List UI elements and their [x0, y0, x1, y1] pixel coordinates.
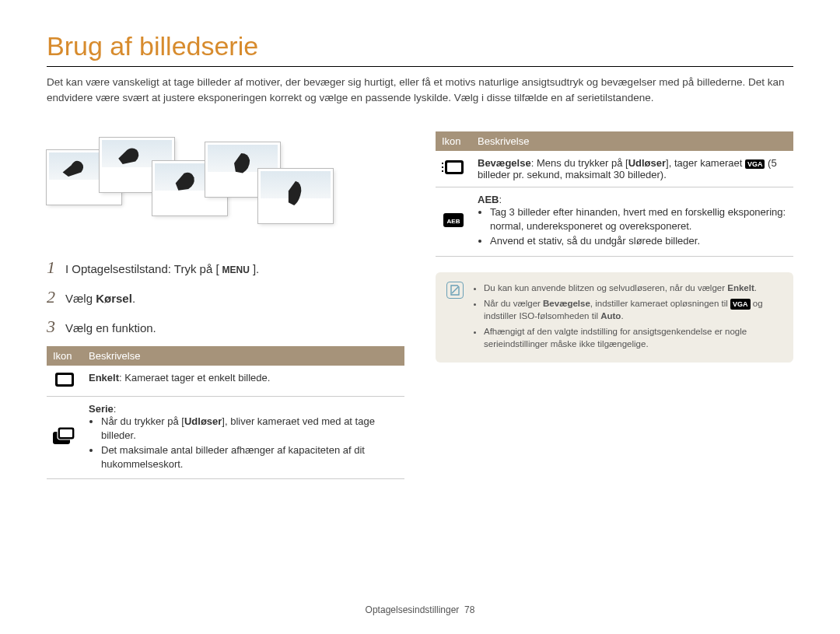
aeb-icon: AEB [443, 212, 464, 230]
burst-illustration [47, 127, 404, 236]
note-bold: Enkelt [727, 283, 754, 292]
options-table-right: Ikon Beskrivelse B [436, 131, 793, 257]
page-title: Brug af billedserie [47, 31, 793, 61]
th-desc: Beskrivelse [82, 346, 404, 366]
menu-button-label: MENU [219, 264, 253, 276]
svg-rect-1 [58, 375, 72, 384]
table-row: AEB AEB: Tag 3 billeder efter hinanden, … [436, 187, 793, 257]
svg-rect-6 [447, 163, 461, 172]
footer-section: Optagelsesindstillinger [366, 604, 460, 615]
step-1-text-post: ]. [253, 262, 259, 275]
bullet: Anvend et stativ, så du undgår slørede b… [490, 234, 787, 248]
bullet: Tag 3 billeder efter hinanden, hvert med… [490, 205, 787, 233]
th-icon: Ikon [47, 346, 82, 366]
note-item: Du kan kun anvende blitzen og selvudløse… [484, 282, 782, 294]
step-3: 3 Vælg en funktion. [47, 317, 404, 337]
intro-paragraph: Det kan være vanskeligt at tage billeder… [47, 75, 793, 105]
title-rule [47, 66, 793, 67]
note-item: Når du vælger Bevægelse, indstiller kame… [484, 297, 782, 322]
svg-text:AEB: AEB [447, 218, 460, 225]
note-post: . [621, 311, 623, 321]
bullet: Når du trykker på [Udløser], bliver kame… [101, 415, 398, 442]
step-2-text-pre: Vælg [65, 292, 96, 305]
step-2-text-post: . [132, 292, 135, 305]
options-table-left: Ikon Beskrivelse Enkelt: Kameraet tager … [47, 346, 404, 479]
row-colon: : [499, 194, 502, 205]
row-pre: : Mens du trykker på [ [531, 157, 628, 169]
step-1-text-pre: I Optagelsestilstand: Tryk på [ [65, 262, 219, 275]
burst-frame-5 [258, 169, 333, 223]
note-bold: Auto [600, 311, 621, 321]
note-post: . [754, 283, 757, 292]
note-bold: Bevægelse [543, 299, 590, 308]
step-1: 1 I Optagelsestilstand: Tryk på [MENU]. [47, 257, 404, 278]
table-row: Serie: Når du trykker på [Udløser], bliv… [47, 397, 404, 479]
note-pre: Når du vælger [484, 299, 543, 308]
footer-page-number: 78 [464, 604, 474, 615]
th-desc: Beskrivelse [471, 131, 793, 151]
row-mid: ], tager kameraet [666, 157, 745, 169]
step-number: 3 [47, 317, 65, 337]
continuous-shot-icon [53, 427, 76, 448]
note-mid: , indstiller kameraet opløsningen til [590, 299, 730, 308]
svg-rect-7 [442, 163, 443, 164]
table-row: Bevægelse: Mens du trykker på [Udløser],… [436, 151, 793, 187]
step-number: 1 [47, 257, 65, 278]
vga-chip: VGA [745, 159, 765, 169]
note-box: Du kan kun anvende blitzen og selvudløse… [436, 272, 793, 363]
row-name: AEB [478, 194, 499, 205]
th-icon: Ikon [436, 131, 471, 151]
svg-rect-9 [442, 170, 443, 172]
row-name: Serie [89, 403, 114, 415]
single-shot-icon [54, 372, 75, 390]
bullet-bold: Udløser [184, 415, 222, 427]
svg-rect-4 [60, 429, 72, 437]
row-name: Enkelt [89, 372, 119, 384]
page-footer: Optagelsesindstillinger 78 [0, 604, 840, 615]
step-2-bold: Kørsel [96, 292, 132, 305]
bullet-pre: Når du trykker på [ [101, 415, 184, 427]
step-3-text: Vælg en funktion. [65, 321, 156, 335]
step-2: 2 Vælg Kørsel. [47, 287, 404, 307]
bullet: Det maksimale antal billeder afhænger af… [101, 443, 398, 471]
motion-shot-icon [442, 159, 465, 179]
row-text: : Kameraet tager et enkelt billede. [119, 372, 270, 384]
note-pre: Du kan kun anvende blitzen og selvudløse… [484, 283, 727, 292]
row-name: Bevægelse [478, 157, 531, 169]
step-number: 2 [47, 287, 65, 307]
vga-chip: VGA [730, 299, 751, 310]
row-bold: Udløser [628, 157, 666, 169]
svg-rect-8 [442, 166, 443, 168]
note-icon [446, 282, 464, 299]
note-item: Afhængigt af den valgte indstilling for … [484, 325, 782, 350]
table-row: Enkelt: Kameraet tager et enkelt billede… [47, 366, 404, 397]
row-colon: : [114, 403, 117, 415]
